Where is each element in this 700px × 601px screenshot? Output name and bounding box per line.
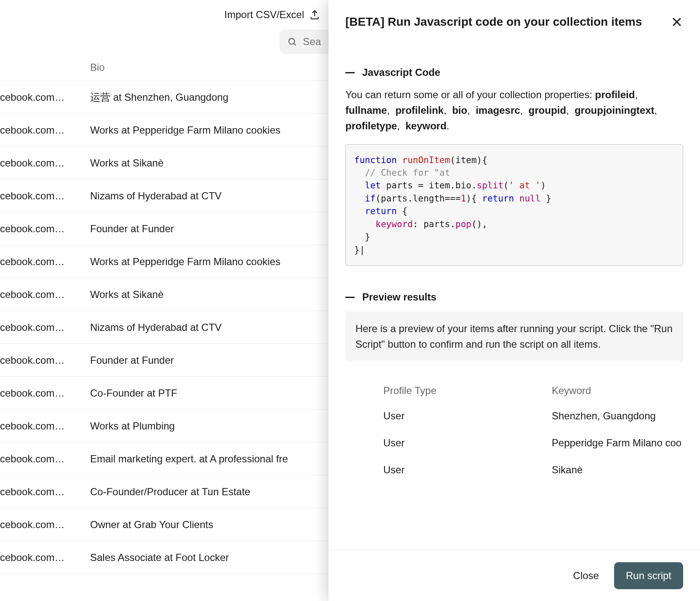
cell-link: cebook.com… (0, 552, 88, 563)
preview-col-keyword: Keyword (552, 385, 683, 397)
table-row[interactable]: cebook.com…Works at Pepperidge Farm Mila… (0, 114, 329, 147)
cell-bio: Co-Founder/Producer at Tun Estate (88, 486, 329, 498)
cell-bio: Co-Founder at PTF (88, 387, 329, 399)
cell-link: cebook.com… (0, 486, 88, 498)
table-row[interactable]: cebook.com…Works at Plumbing (0, 410, 329, 443)
preview-cell-keyword: Sikanè (552, 464, 683, 476)
section-preview[interactable]: Preview results (345, 291, 683, 303)
preview-cell-keyword: Pepperidge Farm Milano coo (552, 437, 683, 449)
intro-text: You can return some or all of your colle… (345, 87, 683, 134)
cell-bio: Founder at Funder (88, 354, 329, 366)
drawer-title: [BETA] Run Javascript code on your colle… (345, 15, 642, 29)
cell-link: cebook.com… (0, 519, 88, 531)
preview-cell-type: User (383, 464, 552, 476)
search-icon (287, 36, 297, 48)
cell-bio: Nizams of Hyderabad at CTV (88, 322, 329, 333)
drawer-header: [BETA] Run Javascript code on your colle… (329, 0, 700, 29)
import-csv-button[interactable]: Import CSV/Excel (224, 9, 320, 21)
preview-cell-keyword: Shenzhen, Guangdong (552, 410, 683, 422)
cell-link: cebook.com… (0, 289, 88, 300)
cell-link: cebook.com… (0, 453, 88, 465)
code-editor[interactable]: function runOnItem(item){ // Check for "… (345, 144, 683, 266)
preview-col-profile-type: Profile Type (383, 385, 552, 397)
table-row[interactable]: cebook.com…Co-Founder at PTF (0, 377, 329, 410)
table-row[interactable]: cebook.com…Sales Associate at Foot Locke… (0, 541, 329, 574)
cell-link: cebook.com… (0, 124, 88, 136)
table-row[interactable]: cebook.com…Works at Pepperidge Farm Mila… (0, 245, 329, 278)
table-row[interactable]: cebook.com…Co-Founder/Producer at Tun Es… (0, 475, 329, 508)
table-row[interactable]: cebook.com…Founder at Funder (0, 344, 329, 377)
cell-bio: Sales Associate at Foot Locker (88, 552, 329, 563)
svg-line-1 (294, 44, 296, 46)
section-js-code[interactable]: Javascript Code (345, 67, 683, 78)
import-label: Import CSV/Excel (224, 9, 304, 21)
preview-row: UserShenzhen, Guangdong (345, 402, 683, 429)
cell-link: cebook.com… (0, 354, 88, 366)
preview-table: Profile Type Keyword UserShenzhen, Guang… (345, 379, 683, 483)
section-preview-heading: Preview results (362, 291, 436, 303)
svg-point-0 (289, 38, 295, 44)
run-script-button[interactable]: Run script (614, 562, 683, 589)
preview-cell-type: User (383, 410, 552, 422)
table-row[interactable]: cebook.com…Works at Sikanè (0, 278, 329, 311)
topbar: Import CSV/Excel (0, 0, 329, 30)
side-drawer: [BETA] Run Javascript code on your colle… (329, 0, 700, 601)
table-row[interactable]: cebook.com…Nizams of Hyderabad at CTV (0, 180, 329, 212)
table-row[interactable]: cebook.com…Founder at Funder (0, 212, 329, 245)
cell-bio: Works at Sikanè (88, 289, 329, 300)
collapse-icon (345, 297, 355, 298)
cell-bio: Works at Pepperidge Farm Milano cookies (88, 256, 329, 268)
table-row[interactable]: cebook.com…Owner at Grab Your Clients (0, 508, 329, 541)
section-js-heading: Javascript Code (362, 67, 440, 78)
table-headers: Bio (0, 54, 329, 81)
cell-link: cebook.com… (0, 223, 88, 235)
cell-link: cebook.com… (0, 387, 88, 399)
cell-link: cebook.com… (0, 157, 88, 169)
cell-link: cebook.com… (0, 91, 88, 103)
cell-bio: Founder at Funder (88, 223, 329, 235)
cell-bio: Works at Pepperidge Farm Milano cookies (88, 124, 329, 136)
collapse-icon (345, 72, 355, 73)
preview-row: UserSikanè (345, 456, 683, 483)
table-row[interactable]: cebook.com…Nizams of Hyderabad at CTV (0, 311, 329, 344)
preview-note: Here is a preview of your items after ru… (345, 311, 683, 361)
col-header-bio: Bio (88, 62, 329, 73)
cell-bio: Nizams of Hyderabad at CTV (88, 190, 329, 202)
preview-row: UserPepperidge Farm Milano coo (345, 429, 683, 456)
preview-cell-type: User (383, 437, 552, 449)
cell-bio: Works at Sikanè (88, 157, 329, 169)
cell-bio: 运营 at Shenzhen, Guangdong (88, 91, 329, 104)
close-button[interactable]: Close (573, 570, 599, 582)
table-row[interactable]: cebook.com…Email marketing expert. at A … (0, 443, 329, 475)
table-row[interactable]: cebook.com…运营 at Shenzhen, Guangdong (0, 81, 329, 114)
drawer-footer: Close Run script (329, 550, 700, 601)
close-icon[interactable] (671, 16, 683, 28)
cell-bio: Owner at Grab Your Clients (88, 519, 329, 531)
table-row[interactable]: cebook.com…Works at Sikanè (0, 147, 329, 180)
cell-bio: Email marketing expert. at A professiona… (88, 453, 329, 465)
data-table-pane: Import CSV/Excel Bio cebook.com…运营 at Sh… (0, 0, 329, 601)
cell-link: cebook.com… (0, 420, 88, 432)
cell-link: cebook.com… (0, 256, 88, 268)
cell-bio: Works at Plumbing (88, 420, 329, 432)
cell-link: cebook.com… (0, 190, 88, 202)
cell-link: cebook.com… (0, 322, 88, 333)
upload-icon (309, 9, 320, 20)
